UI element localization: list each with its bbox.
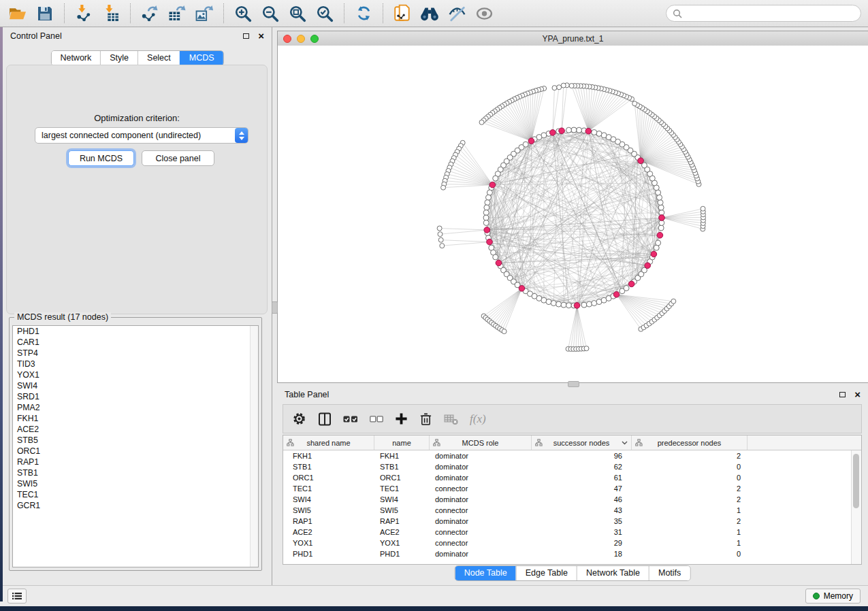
ring-node[interactable] [556,301,562,307]
mcds-hub-node[interactable] [489,182,496,188]
mcds-hub-node[interactable] [528,138,534,144]
table-row[interactable]: ORC1ORC1dominator610 [283,472,861,483]
ring-node[interactable] [657,195,662,200]
search-network-button[interactable] [419,3,440,24]
search-box[interactable] [666,5,861,22]
tab-select[interactable]: Select [138,51,180,65]
ring-node[interactable] [487,190,492,195]
mcds-hub-node[interactable] [484,227,490,233]
leaf-node[interactable] [561,83,566,88]
mcds-result-item[interactable]: TEC1 [13,489,258,500]
ring-node[interactable] [483,215,489,220]
table-row[interactable]: TEC1TEC1connector472 [283,483,861,494]
ring-node[interactable] [592,129,597,135]
vertical-splitter-grip[interactable] [272,301,278,314]
gear-button[interactable] [292,410,306,428]
run-mcds-button[interactable]: Run MCDS [68,150,134,166]
mcds-hub-node[interactable] [496,260,502,266]
table-row[interactable]: ACE2ACE2connector311 [283,527,861,538]
ring-node[interactable] [596,131,602,136]
ring-node[interactable] [493,176,498,181]
close-panel-icon[interactable]: × [258,32,264,40]
deselect-all-button[interactable] [370,410,383,428]
ring-node[interactable] [658,205,664,210]
mcds-hub-node[interactable] [519,286,525,292]
criterion-select[interactable]: largest connected component (undirected) [35,127,248,144]
export-image-button[interactable] [193,3,215,24]
hide-selected-button[interactable] [446,3,468,24]
leaf-node[interactable] [441,185,446,190]
split-columns-button[interactable] [318,410,332,428]
ring-node[interactable] [658,200,663,205]
delete-column-button[interactable] [419,410,432,428]
mcds-hub-node[interactable] [651,251,657,257]
mcds-hub-node[interactable] [645,263,651,269]
mcds-result-item[interactable]: RAP1 [13,457,258,467]
column-header-successor-nodes[interactable]: successor nodes [532,435,632,450]
ring-node[interactable] [493,254,498,260]
ring-node[interactable] [658,225,664,231]
ring-node[interactable] [571,127,577,133]
table-row[interactable]: PHD1PHD1dominator180 [283,548,861,559]
zoom-selected-button[interactable] [314,3,336,24]
tab-mcds[interactable]: MCDS [180,51,223,65]
leaf-node[interactable] [584,346,589,351]
function-builder-button[interactable]: f(x) [470,410,486,428]
search-input[interactable] [686,8,854,19]
mcds-result-item[interactable]: STB5 [13,435,258,446]
mcds-result-item[interactable]: ACE2 [13,424,258,435]
refresh-button[interactable] [353,3,374,24]
ring-node[interactable] [483,220,489,226]
mcds-result-item[interactable]: YOX1 [13,369,258,380]
network-canvas[interactable] [278,46,868,382]
mcds-result-item[interactable]: SRD1 [13,391,258,402]
ring-node[interactable] [586,301,592,307]
column-header-MCDS-role[interactable]: MCDS role [430,435,532,450]
tab-style[interactable]: Style [100,51,138,65]
table-row[interactable]: RAP1RAP1dominator352 [283,516,861,527]
zoom-in-button[interactable] [232,3,254,24]
horizontal-splitter-grip[interactable] [568,381,579,387]
mcds-hub-node[interactable] [574,303,580,309]
table-row[interactable]: FKH1FKH1dominator962 [283,450,861,461]
mcds-hub-node[interactable] [628,281,634,287]
mcds-hub-node[interactable] [613,292,620,298]
float-window-icon[interactable] [839,392,846,397]
leaf-node[interactable] [502,329,507,334]
table-row[interactable]: SWI4SWI4dominator462 [283,494,861,505]
leaf-node[interactable] [479,120,484,125]
show-all-button[interactable] [473,3,495,24]
table-row[interactable]: YOX1YOX1connector291 [283,538,861,548]
export-table-button[interactable] [166,3,188,24]
add-column-button[interactable] [395,410,408,428]
mcds-result-item[interactable]: STP4 [13,348,258,359]
mcds-result-item[interactable]: FKH1 [13,413,258,424]
ring-node[interactable] [483,210,489,215]
ring-node[interactable] [561,302,566,308]
ring-node[interactable] [656,240,661,246]
table-row[interactable]: STB1STB1dominator620 [283,461,861,472]
column-header-name[interactable]: name [374,435,430,450]
zoom-out-button[interactable] [259,3,281,24]
ring-node[interactable] [624,285,629,291]
mcds-result-item[interactable]: PHD1 [13,326,258,337]
ring-node[interactable] [592,301,597,306]
mcds-result-item[interactable]: TID3 [13,359,258,369]
delete-table-button[interactable] [444,410,458,428]
mcds-hub-node[interactable] [549,130,556,136]
sort-menu-icon[interactable] [622,441,628,445]
leaf-node[interactable] [569,84,574,88]
leaf-node[interactable] [440,244,445,248]
table-scrollbar-thumb[interactable] [853,454,859,508]
leaf-node[interactable] [437,226,442,231]
mcds-hub-node[interactable] [659,215,665,221]
select-all-button[interactable] [343,410,358,428]
table-scrollbar[interactable] [851,450,861,564]
mcds-hub-node[interactable] [487,239,493,245]
ring-node[interactable] [577,127,582,133]
mcds-result-item[interactable]: STB1 [13,467,258,478]
ring-node[interactable] [546,299,551,305]
memory-button[interactable]: Memory [805,589,861,604]
ring-node[interactable] [485,200,490,205]
column-header-predecessor-nodes[interactable]: predecessor nodes [632,435,748,450]
